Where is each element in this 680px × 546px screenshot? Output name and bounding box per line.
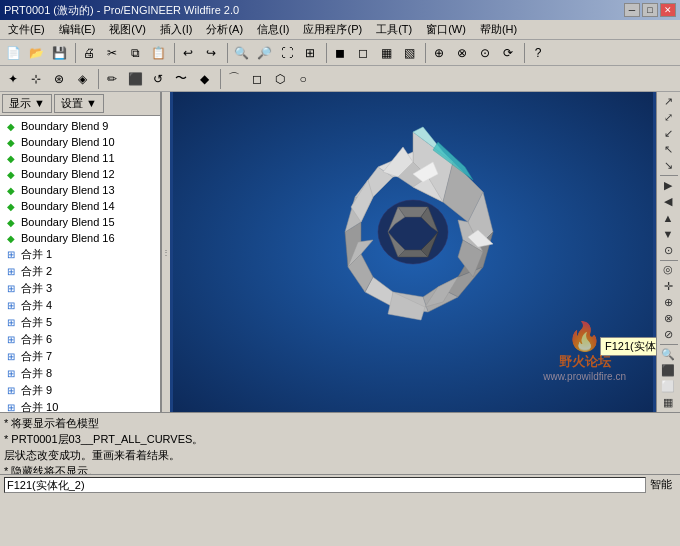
tree-item[interactable]: ⊞合并 2 [0,263,160,280]
tree-item-label: Boundary Blend 12 [21,168,115,180]
right-toolbar-button[interactable]: ⬜ [658,379,678,394]
tb2-revolve[interactable]: ↺ [147,68,169,90]
menu-item-分析(A)[interactable]: 分析(A) [200,21,249,38]
tree-item[interactable]: ⊞合并 1 [0,246,160,263]
tree-item[interactable]: ◆Boundary Blend 15 [0,214,160,230]
right-toolbar-button[interactable]: ⬛ [658,363,678,378]
tb2-round[interactable]: ⌒ [223,68,245,90]
tree-item[interactable]: ◆Boundary Blend 9 [0,118,160,134]
menu-item-工具(T)[interactable]: 工具(T) [370,21,418,38]
tree-item[interactable]: ⊞合并 8 [0,365,160,382]
tree-item[interactable]: ◆Boundary Blend 16 [0,230,160,246]
minimize-button[interactable]: ─ [624,3,640,17]
tree-item[interactable]: ◆Boundary Blend 10 [0,134,160,150]
right-toolbar-button[interactable]: ⊗ [658,311,678,326]
tb-zoom-in[interactable]: 🔍 [230,42,252,64]
maximize-button[interactable]: □ [642,3,658,17]
tb2-hole[interactable]: ○ [292,68,314,90]
tb-wireframe[interactable]: ◻ [352,42,374,64]
menu-item-帮助(H)[interactable]: 帮助(H) [474,21,523,38]
right-toolbar-button[interactable]: ↖ [658,142,678,157]
tree-item[interactable]: ⊞合并 7 [0,348,160,365]
tree-item[interactable]: ◆Boundary Blend 11 [0,150,160,166]
tree-item[interactable]: ⊞合并 4 [0,297,160,314]
status-lines: * 将要显示着色模型* PRT0001层03__PRT_ALL_CURVES。 … [0,413,680,474]
right-toolbar-button[interactable]: ↙ [658,126,678,141]
tb-shaded[interactable]: ◼ [329,42,351,64]
tb2-csys[interactable]: ⊛ [48,68,70,90]
viewport[interactable]: F121(实体化_2) 🔥 野火论坛 www.prowildfire.cn [170,92,656,412]
close-button[interactable]: ✕ [660,3,676,17]
menu-item-信息(I)[interactable]: 信息(I) [251,21,295,38]
right-toolbar-button[interactable]: ▼ [658,226,678,241]
tb2-blend[interactable]: ◆ [193,68,215,90]
tb2-sweep[interactable]: 〜 [170,68,192,90]
resize-handle[interactable]: ⋮ [162,92,170,412]
tb-save[interactable]: 💾 [48,42,70,64]
tb-fit[interactable]: ⛶ [276,42,298,64]
model-tree[interactable]: ◆Boundary Blend 9◆Boundary Blend 10◆Boun… [0,116,160,412]
tree-icon: ◆ [4,119,18,133]
tree-item-label: Boundary Blend 16 [21,232,115,244]
toolbar-separator-4 [323,43,327,63]
menu-item-编辑(E)[interactable]: 编辑(E) [53,21,102,38]
tb-undo[interactable]: ↩ [177,42,199,64]
tb-help[interactable]: ? [527,42,549,64]
tb-paste[interactable]: 📋 [147,42,169,64]
watermark-title: 野火论坛 [543,353,626,371]
tree-item-label: Boundary Blend 13 [21,184,115,196]
tb-refit[interactable]: ⊞ [299,42,321,64]
menu-item-应用程序(P)[interactable]: 应用程序(P) [297,21,368,38]
tb-redo[interactable]: ↪ [200,42,222,64]
tb-zoom-out[interactable]: 🔎 [253,42,275,64]
tb2-plane[interactable]: ◈ [71,68,93,90]
tb2-shell[interactable]: ⬡ [269,68,291,90]
right-toolbar-button[interactable]: ⊘ [658,327,678,342]
tb-regen[interactable]: ⟳ [497,42,519,64]
right-toolbar-button[interactable]: ⊕ [658,295,678,310]
tree-item[interactable]: ⊞合并 6 [0,331,160,348]
tb-new[interactable]: 📄 [2,42,24,64]
menu-item-插入(I)[interactable]: 插入(I) [154,21,198,38]
tree-item[interactable]: ◆Boundary Blend 13 [0,182,160,198]
right-toolbar-button[interactable]: ✛ [658,279,678,294]
right-toolbar-button[interactable]: ▲ [658,210,678,225]
right-toolbar-button[interactable]: 🔍 [658,347,678,362]
tb2-datum[interactable]: ✦ [2,68,24,90]
tree-item[interactable]: ⊞合并 9 [0,382,160,399]
tb-open[interactable]: 📂 [25,42,47,64]
right-toolbar-button[interactable]: ◀ [658,194,678,209]
tb2-sketch[interactable]: ✏ [101,68,123,90]
tb2-chamfer[interactable]: ◻ [246,68,268,90]
display-button[interactable]: 显示 ▼ [2,94,52,113]
tb-resume[interactable]: ⊙ [474,42,496,64]
menu-item-视图(V)[interactable]: 视图(V) [103,21,152,38]
right-toolbar-button[interactable]: ▦ [658,395,678,410]
tb-suppress[interactable]: ⊗ [451,42,473,64]
menu-item-文件(E)[interactable]: 文件(E) [2,21,51,38]
right-toolbar-button[interactable]: ◎ [658,262,678,277]
right-toolbar-separator [660,344,678,345]
tb2-extrude[interactable]: ⬛ [124,68,146,90]
right-toolbar-separator [660,260,678,261]
right-toolbar-button[interactable]: ⤢ [658,110,678,125]
tree-item[interactable]: ⊞合并 3 [0,280,160,297]
tb-hidden[interactable]: ▦ [375,42,397,64]
tb-cut[interactable]: ✂ [101,42,123,64]
right-toolbar-button[interactable]: ▶ [658,178,678,193]
tb-print[interactable]: 🖨 [78,42,100,64]
menu-item-窗口(W)[interactable]: 窗口(W) [420,21,472,38]
tree-item-label: Boundary Blend 14 [21,200,115,212]
tb-feature[interactable]: ⊕ [428,42,450,64]
settings-button[interactable]: 设置 ▼ [54,94,104,113]
tree-item[interactable]: ◆Boundary Blend 12 [0,166,160,182]
tb2-axis[interactable]: ⊹ [25,68,47,90]
tb-copy[interactable]: ⧉ [124,42,146,64]
tree-item[interactable]: ⊞合并 5 [0,314,160,331]
right-toolbar-button[interactable]: ↘ [658,158,678,173]
right-toolbar-button[interactable]: ⊙ [658,243,678,258]
right-toolbar-button[interactable]: ↗ [658,94,678,109]
tb-no-hidden[interactable]: ▧ [398,42,420,64]
tree-item[interactable]: ⊞合并 10 [0,399,160,412]
tree-item[interactable]: ◆Boundary Blend 14 [0,198,160,214]
